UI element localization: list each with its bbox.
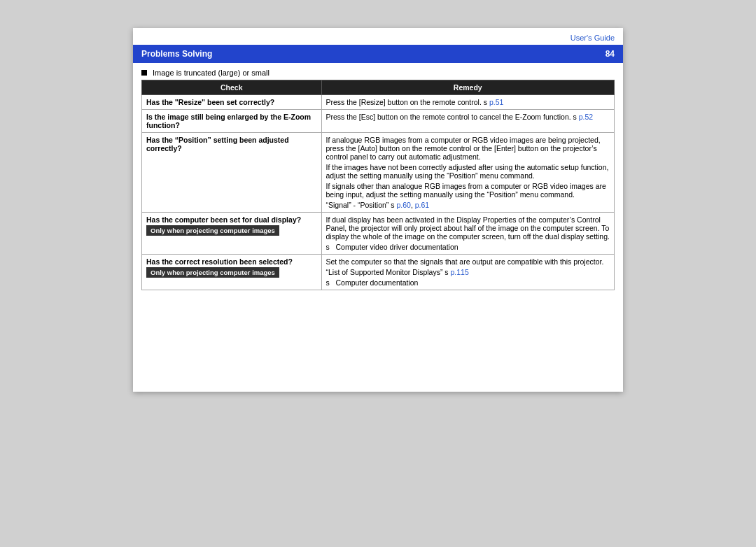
remedy-para: Set the computer so that the signals tha… xyxy=(326,257,610,266)
remedy-cell-position: If analogue RGB images from a computer o… xyxy=(321,133,615,213)
remedy-para: If analogue RGB images from a computer o… xyxy=(326,136,610,161)
users-guide-link[interactable]: User's Guide xyxy=(570,34,615,42)
only-when-badge-resolution: Only when projecting computer images xyxy=(146,267,279,278)
remedy-para: “List of Supported Monitor Displays” s p… xyxy=(326,268,610,276)
section-square-icon xyxy=(141,70,147,76)
remedy-cell-resize: Press the [Resize] button on the remote … xyxy=(321,95,615,110)
remedy-para: s Computer video driver documentation xyxy=(326,243,610,251)
remedy-cell-ezoom: Press the [Esc] button on the remote con… xyxy=(321,110,615,133)
link-p51[interactable]: p.51 xyxy=(489,98,503,106)
link-p60[interactable]: p.60 xyxy=(396,201,410,209)
remedy-cell-resolution: Set the computer so that the signals tha… xyxy=(321,255,615,290)
section-title-text: Problems Solving xyxy=(141,49,212,59)
remedy-cell-dual: If dual display has been activated in th… xyxy=(321,213,615,255)
check-cell-position: Has the “Position” setting been adjusted… xyxy=(142,133,322,213)
check-cell-resize: Has the "Resize" been set correctly? xyxy=(142,95,322,110)
header-bar: Problems Solving 84 xyxy=(133,45,623,63)
link-p61[interactable]: p.61 xyxy=(415,201,429,209)
remedy-para: If signals other than analogue RGB image… xyxy=(326,182,610,199)
col-remedy-header: Remedy xyxy=(321,80,615,95)
table-row: Has the “Position” setting been adjusted… xyxy=(142,133,615,213)
table-header-row: Check Remedy xyxy=(142,80,615,95)
check-cell-resolution: Has the correct resolution been selected… xyxy=(142,255,322,290)
table-row: Is the image still being enlarged by the… xyxy=(142,110,615,133)
link-p115[interactable]: p.115 xyxy=(451,268,469,276)
remedy-para: If the images have not been correctly ad… xyxy=(326,163,610,180)
page-number: 84 xyxy=(606,49,615,59)
only-when-badge-dual: Only when projecting computer images xyxy=(146,225,279,236)
top-link-area: User's Guide xyxy=(133,28,623,45)
link-p52[interactable]: p.52 xyxy=(579,113,593,121)
check-cell-dual: Has the computer been set for dual displ… xyxy=(142,213,322,255)
image-issue-label: Image is truncated (large) or small xyxy=(153,69,270,77)
section-title-area: Image is truncated (large) or small xyxy=(133,63,623,80)
col-check-header: Check xyxy=(142,80,322,95)
page-container: User's Guide Problems Solving 84 Image i… xyxy=(133,28,623,392)
problems-table: Check Remedy Has the "Resize" been set c… xyxy=(141,80,615,290)
table-row: Has the "Resize" been set correctly? Pre… xyxy=(142,95,615,110)
remedy-para: If dual display has been activated in th… xyxy=(326,215,610,241)
table-row: Has the correct resolution been selected… xyxy=(142,255,615,290)
remedy-para: s Computer documentation xyxy=(326,278,610,287)
table-row: Has the computer been set for dual displ… xyxy=(142,213,615,255)
check-cell-ezoom: Is the image still being enlarged by the… xyxy=(142,110,322,133)
main-table-container: Check Remedy Has the "Resize" been set c… xyxy=(133,80,623,301)
remedy-para: “Signal” - “Position” s p.60, p.61 xyxy=(326,201,610,209)
